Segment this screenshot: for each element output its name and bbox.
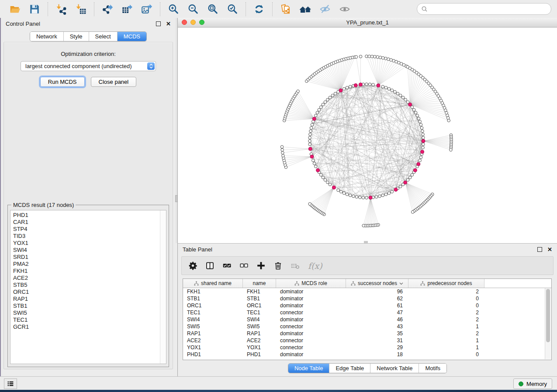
result-list-item[interactable]: SRD1 [13,254,166,261]
result-list-item[interactable]: SWI5 [13,309,166,316]
network-node[interactable] [315,165,318,168]
table-row[interactable]: PHD1PHD1dominator180 [183,351,551,358]
leaf-node[interactable] [368,55,371,58]
zoom-fit-button[interactable] [206,3,219,16]
network-node[interactable] [368,83,371,86]
memory-button[interactable]: Memory [513,378,552,389]
zoom-out-button[interactable] [187,3,200,16]
network-node[interactable] [324,101,327,104]
mcds-hub-node[interactable] [413,168,417,172]
leaf-node[interactable] [281,148,284,151]
result-list-item[interactable]: GCR1 [13,323,166,330]
float-table-panel-icon[interactable] [537,247,542,252]
leaf-node[interactable] [308,203,311,206]
table-row[interactable]: SWI5SWI5connector431 [183,323,551,330]
network-node[interactable] [349,194,352,197]
network-node[interactable] [414,111,417,114]
mcds-hub-node[interactable] [339,89,343,92]
leaf-node[interactable] [376,55,379,58]
table-scrollbar[interactable] [545,288,551,359]
network-node[interactable] [337,189,340,192]
table-row[interactable]: TEC1TEC1connector472 [183,309,551,316]
close-panel-icon[interactable]: ✕ [166,21,171,27]
export-image-button[interactable] [140,3,153,16]
search-input[interactable] [430,5,547,13]
close-window-icon[interactable] [182,20,187,25]
result-list-item[interactable]: RAP1 [13,296,166,303]
network-graph[interactable] [178,28,557,243]
tab-node-table[interactable]: Node Table [288,364,330,373]
network-node[interactable] [399,94,402,97]
show-column-button[interactable] [205,261,214,270]
leaf-node[interactable] [379,56,382,59]
network-node[interactable] [312,159,315,162]
network-node[interactable] [309,133,312,136]
open-session-button[interactable] [8,3,21,16]
tab-mcds[interactable]: MCDS [118,32,146,41]
network-node[interactable] [331,94,334,97]
network-node[interactable] [384,193,387,196]
refresh-button[interactable] [253,3,266,16]
network-node[interactable] [365,196,368,199]
network-node[interactable] [316,111,319,114]
leaf-node[interactable] [411,210,414,213]
mcds-hub-node[interactable] [417,162,420,166]
zoom-selected-button[interactable] [226,3,239,16]
delete-row-button[interactable] [273,261,283,270]
column-header-name[interactable]: name [243,279,276,288]
network-node[interactable] [334,92,337,95]
network-node[interactable] [355,196,358,199]
network-node[interactable] [359,196,362,199]
leaf-node[interactable] [370,55,374,58]
network-node[interactable] [406,179,409,182]
result-list-item[interactable]: SWI4 [13,247,166,254]
save-session-button[interactable] [28,3,41,16]
mcds-hub-node[interactable] [332,186,336,189]
import-table-button[interactable] [74,3,87,16]
network-node[interactable] [401,96,405,99]
network-node[interactable] [419,159,422,162]
mcds-hub-node[interactable] [308,147,312,151]
result-list-item[interactable]: ORC1 [13,289,166,296]
network-node[interactable] [422,133,425,136]
close-panel-button[interactable]: Close panel [91,77,137,87]
network-node[interactable] [421,130,424,133]
result-list-item[interactable]: FKH1 [13,268,166,275]
network-node[interactable] [365,83,368,86]
network-node[interactable] [308,143,311,146]
network-node[interactable] [308,140,311,143]
tab-select[interactable]: Select [89,32,118,41]
leaf-node[interactable] [387,58,390,61]
network-node[interactable] [346,193,349,196]
select-all-button[interactable] [222,261,232,270]
network-node[interactable] [419,123,422,126]
result-list-item[interactable]: ACE2 [13,275,166,282]
leaf-node[interactable] [450,148,453,151]
tab-network[interactable]: Network [30,32,64,41]
result-list-item[interactable]: STP4 [13,226,166,233]
leaf-node[interactable] [365,55,368,58]
maximize-window-icon[interactable] [199,20,204,25]
mcds-hub-node[interactable] [312,117,316,120]
tab-motifs[interactable]: Motifs [419,364,446,373]
network-node[interactable] [419,156,422,159]
network-node[interactable] [343,87,346,90]
network-node[interactable] [417,117,420,120]
mcds-hub-node[interactable] [394,188,398,191]
table-row[interactable]: FKH1FKH1dominator962 [183,288,551,295]
close-table-panel-icon[interactable]: ✕ [547,247,552,252]
duplicate-network-button[interactable] [279,3,292,16]
table-row[interactable]: SWI4SWI4dominator462 [183,316,551,323]
column-header-predecessor-nodes[interactable]: predecessor nodes [408,279,484,288]
result-list-item[interactable]: STB5 [13,282,166,289]
network-node[interactable] [394,90,397,93]
network-node[interactable] [352,195,355,198]
column-header-shared-name[interactable]: shared name [183,279,243,288]
network-node[interactable] [329,96,332,99]
network-node[interactable] [399,185,402,188]
mcds-hub-node[interactable] [404,181,407,184]
search-box[interactable] [417,3,551,15]
network-node[interactable] [384,86,387,89]
network-node[interactable] [378,195,381,198]
network-node[interactable] [310,127,313,130]
